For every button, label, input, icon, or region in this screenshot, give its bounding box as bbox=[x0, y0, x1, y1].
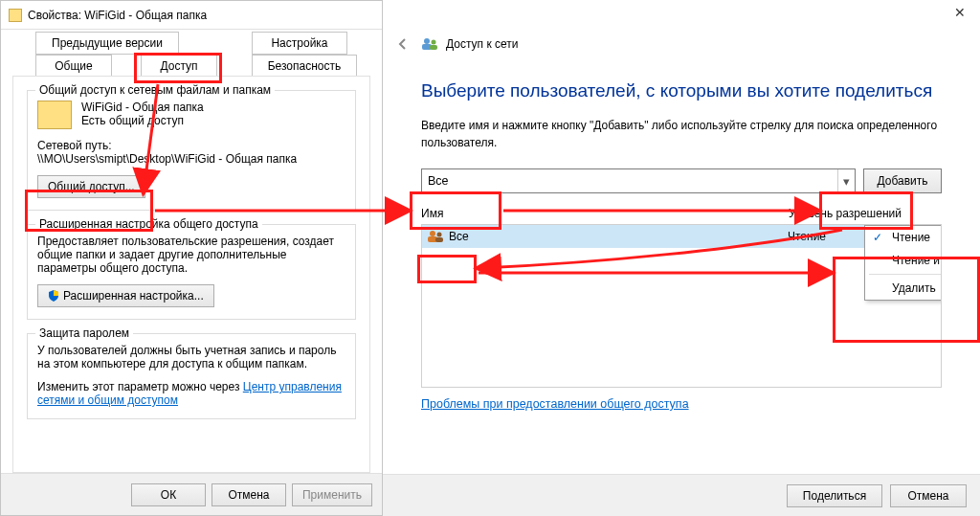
advanced-text: Предоставляет пользовательские разрешени… bbox=[37, 235, 345, 275]
advanced-group: Расширенная настройка общего доступа Пре… bbox=[27, 224, 356, 320]
advanced-settings-button[interactable]: Расширенная настройка... bbox=[37, 284, 214, 307]
advanced-button-label: Расширенная настройка... bbox=[63, 289, 204, 303]
tab-previous-versions[interactable]: Предыдущие версии bbox=[35, 32, 179, 55]
row-level: Чтение bbox=[788, 230, 826, 243]
combo-value: Все bbox=[428, 174, 449, 188]
tab-general[interactable]: Общие bbox=[35, 55, 112, 78]
share-instruction: Введите имя и нажмите кнопку "Добавить" … bbox=[421, 117, 942, 151]
users-listbox: Все Чтение ▼ Чтение Чтение и запись Удал… bbox=[421, 225, 942, 388]
row-user-name: Все bbox=[449, 230, 469, 243]
group-icon bbox=[428, 230, 443, 243]
netpath-label: Сетевой путь: bbox=[37, 139, 345, 152]
password-group-legend: Защита паролем bbox=[35, 326, 133, 340]
password-group: Защита паролем У пользователей должны бы… bbox=[27, 333, 356, 419]
share-footer: Поделиться Отмена bbox=[383, 474, 980, 516]
users-icon bbox=[421, 37, 438, 51]
share-heading: Выберите пользователей, с которыми вы хо… bbox=[421, 80, 942, 101]
tab-security[interactable]: Безопасность bbox=[252, 55, 357, 78]
netpath-value: \\MO\Users\smipt\Desktop\WiFiGid - Общая… bbox=[37, 152, 345, 166]
share-window: ✕ Доступ к сети Выберите пользователей, … bbox=[383, 0, 980, 516]
add-button[interactable]: Добавить bbox=[863, 168, 942, 193]
properties-cancel-button[interactable]: Отмена bbox=[212, 483, 286, 506]
share-group-legend: Общий доступ к сетевым файлам и папкам bbox=[35, 83, 275, 97]
properties-footer: ОК Отмена Применить bbox=[1, 473, 382, 515]
back-icon[interactable] bbox=[392, 34, 413, 55]
advanced-group-legend: Расширенная настройка общего доступа bbox=[35, 217, 262, 231]
properties-window: Свойства: WiFiGid - Общая папка Предыдущ… bbox=[0, 0, 383, 516]
chevron-down-icon[interactable]: ▾ bbox=[837, 169, 855, 192]
svg-rect-3 bbox=[430, 45, 437, 50]
apply-button[interactable]: Применить bbox=[292, 483, 372, 506]
menu-read[interactable]: Чтение bbox=[865, 226, 942, 249]
tab-settings[interactable]: Настройка bbox=[252, 32, 347, 55]
close-icon[interactable]: ✕ bbox=[947, 4, 972, 23]
list-row[interactable]: Все Чтение ▼ bbox=[422, 225, 941, 248]
troubleshoot-link[interactable]: Проблемы при предоставлении общего досту… bbox=[421, 397, 942, 411]
properties-titlebar[interactable]: Свойства: WiFiGid - Общая папка bbox=[1, 1, 382, 30]
svg-point-6 bbox=[437, 233, 442, 237]
share-group: Общий доступ к сетевым файлам и папкам W… bbox=[27, 90, 356, 211]
share-nav: Доступ к сети bbox=[383, 27, 980, 61]
menu-delete[interactable]: Удалить bbox=[865, 277, 942, 300]
password-change-prefix: Изменить этот параметр можно через bbox=[37, 380, 243, 393]
menu-separator bbox=[869, 274, 942, 275]
password-text: У пользователей должны быть учетная запи… bbox=[37, 344, 345, 370]
share-folder-icon bbox=[37, 101, 72, 129]
svg-point-2 bbox=[432, 40, 436, 45]
svg-point-4 bbox=[430, 231, 435, 236]
share-status: Есть общий доступ bbox=[81, 114, 204, 127]
permission-menu: Чтение Чтение и запись Удалить bbox=[864, 225, 942, 301]
user-combobox[interactable]: Все ▾ bbox=[421, 168, 856, 193]
share-button[interactable]: Общий доступ... bbox=[37, 175, 145, 198]
share-cancel-button[interactable]: Отмена bbox=[890, 484, 967, 507]
share-nav-label: Доступ к сети bbox=[446, 37, 518, 51]
share-submit-button[interactable]: Поделиться bbox=[787, 484, 882, 507]
ok-button[interactable]: ОК bbox=[131, 483, 206, 506]
svg-point-0 bbox=[424, 38, 430, 44]
folder-icon bbox=[9, 9, 22, 22]
svg-rect-7 bbox=[435, 237, 443, 242]
col-name-header[interactable]: Имя bbox=[421, 207, 789, 220]
menu-readwrite[interactable]: Чтение и запись bbox=[865, 249, 942, 272]
share-folder-name: WiFiGid - Общая папка bbox=[81, 101, 204, 114]
shield-icon bbox=[48, 287, 59, 299]
col-level-header[interactable]: Уровень разрешений bbox=[789, 207, 942, 220]
tab-access[interactable]: Доступ bbox=[141, 55, 217, 78]
properties-title: Свойства: WiFiGid - Общая папка bbox=[28, 1, 207, 30]
